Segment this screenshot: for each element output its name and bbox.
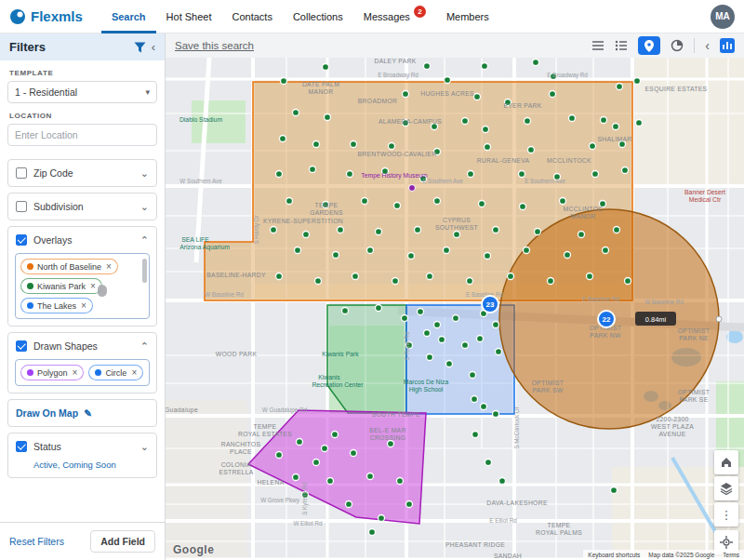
status-checkbox[interactable] bbox=[16, 441, 27, 452]
listing-dot[interactable] bbox=[479, 201, 485, 207]
collapse-panel-icon[interactable]: ‹ bbox=[705, 39, 710, 52]
status-toggle[interactable]: Status ⌄ bbox=[8, 433, 156, 460]
save-search-link[interactable]: Save this search bbox=[175, 40, 254, 51]
listing-dot[interactable] bbox=[313, 460, 320, 466]
listing-dot[interactable] bbox=[472, 432, 479, 438]
poi-icon[interactable] bbox=[409, 185, 416, 192]
map-more-options-button[interactable]: ⋮ bbox=[714, 502, 738, 527]
listing-dot[interactable] bbox=[281, 78, 287, 85]
status-selected-values[interactable]: Active, Coming Soon bbox=[8, 460, 156, 477]
street-view-home-button[interactable] bbox=[714, 450, 738, 474]
listing-dot[interactable] bbox=[376, 305, 382, 312]
overlays-toggle[interactable]: Overlays ⌃ bbox=[8, 227, 156, 253]
listing-dot[interactable] bbox=[397, 478, 404, 485]
listing-dot[interactable] bbox=[362, 198, 368, 205]
listing-dot[interactable] bbox=[634, 78, 641, 85]
listing-dot[interactable] bbox=[611, 487, 618, 494]
listing-dot[interactable] bbox=[454, 232, 460, 238]
menu-view-icon[interactable] bbox=[591, 40, 604, 51]
listing-dot[interactable] bbox=[524, 247, 530, 254]
listing-dot[interactable] bbox=[470, 372, 476, 379]
listing-dot[interactable] bbox=[485, 253, 491, 260]
listing-dot[interactable] bbox=[467, 278, 473, 285]
nav-collections[interactable]: Collections bbox=[283, 0, 353, 33]
overlays-checkbox[interactable] bbox=[16, 234, 27, 246]
listing-dot[interactable] bbox=[462, 342, 469, 349]
listing-dot[interactable] bbox=[327, 478, 334, 485]
listing-dot[interactable] bbox=[485, 460, 492, 466]
listing-dot[interactable] bbox=[477, 336, 484, 342]
listing-dot[interactable] bbox=[276, 452, 283, 459]
listing-dot[interactable] bbox=[485, 144, 491, 151]
listing-dot[interactable] bbox=[418, 309, 424, 315]
nav-search[interactable]: Search bbox=[101, 0, 156, 33]
nav-contacts[interactable]: Contacts bbox=[222, 0, 283, 33]
flexmls-logo[interactable]: Flexmls bbox=[9, 8, 83, 25]
listing-dot[interactable] bbox=[424, 330, 431, 337]
listing-dot[interactable] bbox=[388, 441, 394, 447]
listing-dot[interactable] bbox=[493, 322, 499, 328]
listing-dot[interactable] bbox=[325, 114, 331, 121]
listing-dot[interactable] bbox=[293, 110, 299, 116]
subdivision-checkbox[interactable] bbox=[16, 201, 27, 212]
nav-hot-sheet[interactable]: Hot Sheet bbox=[156, 0, 222, 33]
listing-dot[interactable] bbox=[293, 474, 299, 481]
overlay-the-lakes[interactable] bbox=[406, 305, 514, 414]
listing-dot[interactable] bbox=[271, 227, 277, 233]
listing-dot[interactable] bbox=[322, 446, 328, 452]
listing-dot[interactable] bbox=[415, 227, 421, 233]
listing-dot[interactable] bbox=[636, 120, 643, 127]
user-avatar[interactable]: MA bbox=[711, 5, 735, 29]
listing-dot[interactable] bbox=[313, 141, 320, 148]
zip-code-toggle[interactable]: Zip Code ⌄ bbox=[8, 160, 156, 186]
map-canvas[interactable]: DALEY PARKE Broadway RdE Broadway RdDATE… bbox=[166, 58, 744, 560]
map-layers-button[interactable] bbox=[714, 476, 738, 500]
listing-dot[interactable] bbox=[474, 94, 481, 100]
subdivision-toggle[interactable]: Subdivision ⌄ bbox=[8, 193, 156, 220]
listing-dot[interactable] bbox=[569, 115, 576, 122]
chip-remove-icon[interactable]: × bbox=[81, 300, 86, 311]
listing-dot[interactable] bbox=[472, 396, 478, 403]
listing-dot[interactable] bbox=[499, 478, 506, 485]
listing-dot[interactable] bbox=[280, 136, 286, 142]
listing-dot[interactable] bbox=[617, 84, 623, 90]
listing-dot[interactable] bbox=[508, 273, 514, 280]
scrollbar-thumb[interactable] bbox=[142, 259, 147, 283]
listing-dot[interactable] bbox=[367, 473, 374, 480]
listing-dot[interactable] bbox=[493, 227, 499, 233]
listing-dot[interactable] bbox=[462, 118, 469, 125]
overlay-kiwanis-park[interactable] bbox=[327, 305, 406, 413]
stats-pie-icon[interactable] bbox=[671, 39, 684, 52]
listing-dot[interactable] bbox=[496, 349, 502, 355]
chip-remove-icon[interactable]: × bbox=[131, 367, 137, 378]
listing-dot[interactable] bbox=[297, 439, 303, 446]
listing-dot[interactable] bbox=[323, 64, 329, 71]
map-svg[interactable]: DALEY PARKE Broadway RdE Broadway RdDATE… bbox=[166, 58, 744, 560]
radius-handle[interactable] bbox=[716, 316, 722, 322]
listing-dot[interactable] bbox=[533, 60, 539, 66]
listing-dot[interactable] bbox=[315, 278, 322, 285]
location-input[interactable] bbox=[7, 124, 157, 146]
map-view-button-active[interactable] bbox=[638, 36, 660, 55]
listing-dot[interactable] bbox=[369, 529, 376, 536]
listing-dot[interactable] bbox=[560, 198, 566, 205]
listing-dot[interactable] bbox=[548, 278, 554, 285]
drawn-shapes-checkbox[interactable] bbox=[16, 340, 27, 352]
listing-dot[interactable] bbox=[427, 354, 433, 361]
listing-dot[interactable] bbox=[434, 198, 441, 205]
listing-dot[interactable] bbox=[406, 501, 413, 508]
add-field-button[interactable]: Add Field bbox=[90, 530, 155, 553]
zip-code-checkbox[interactable] bbox=[16, 167, 27, 179]
listing-dot[interactable] bbox=[347, 171, 353, 178]
listing-dot[interactable] bbox=[351, 141, 357, 148]
listing-dot[interactable] bbox=[394, 203, 401, 209]
listing-dot[interactable] bbox=[535, 229, 541, 235]
listing-dot[interactable] bbox=[276, 171, 283, 178]
insights-icon[interactable] bbox=[720, 38, 735, 53]
listing-dot[interactable] bbox=[427, 273, 433, 280]
listing-dot[interactable] bbox=[603, 247, 609, 254]
listing-dot[interactable] bbox=[408, 253, 415, 260]
listing-dot[interactable] bbox=[434, 322, 441, 328]
reset-filters-link[interactable]: Reset Filters bbox=[9, 536, 64, 547]
drawn-shapes-toggle[interactable]: Drawn Shapes ⌃ bbox=[8, 333, 156, 359]
